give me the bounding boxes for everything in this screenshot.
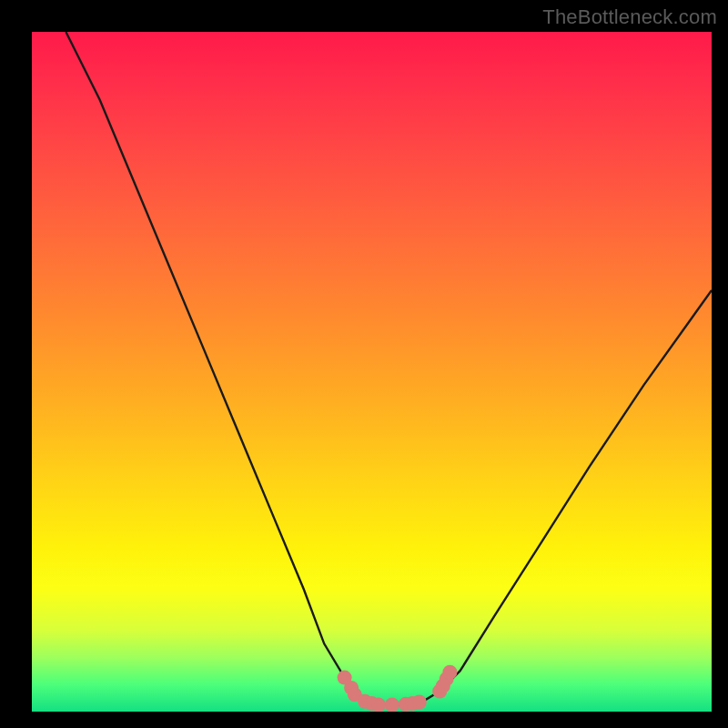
marker-point bbox=[412, 695, 427, 710]
plot-area bbox=[32, 32, 712, 712]
marker-point bbox=[385, 698, 399, 713]
curve-layer bbox=[32, 32, 712, 712]
marker-point bbox=[442, 665, 457, 680]
watermark-text: TheBottleneck.com bbox=[542, 5, 717, 29]
chart-frame: TheBottleneck.com bbox=[0, 0, 728, 728]
marker-point bbox=[371, 698, 386, 713]
markers bbox=[338, 665, 458, 712]
bottleneck-curve bbox=[66, 32, 712, 705]
curve-path bbox=[66, 32, 712, 705]
